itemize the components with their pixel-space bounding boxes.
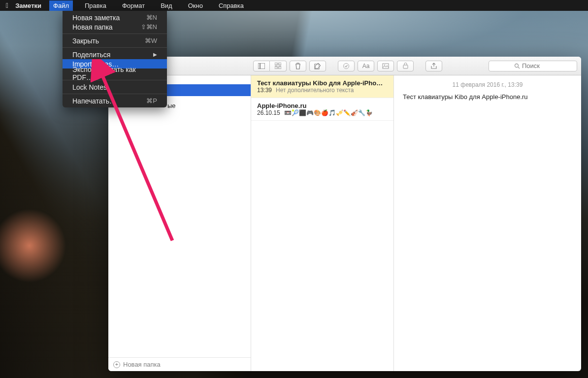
svg-point-9: [384, 65, 385, 66]
trash-button[interactable]: [290, 61, 306, 71]
grid-view-icon: [275, 63, 281, 69]
menu-item-shortcut: ⌘N: [146, 14, 157, 21]
svg-rect-1: [260, 63, 265, 69]
window-content: + Новая папка Тест клавиатуры Kibo для A…: [108, 75, 581, 371]
lock-icon: [403, 63, 408, 69]
svg-rect-5: [279, 67, 281, 69]
menu-item-shortcut: ⌘W: [145, 37, 157, 44]
svg-rect-4: [275, 67, 277, 69]
note-body[interactable]: Тест клавиатуры Kibo для Apple-iPhone.ru: [403, 93, 572, 101]
app-name[interactable]: Заметки: [15, 2, 41, 9]
note-preview: Нет дополнительного текста: [276, 87, 354, 94]
menu-item-label: Закрыть: [72, 37, 99, 45]
grid-view-button[interactable]: [270, 61, 287, 71]
view-toggle-group: [253, 61, 287, 71]
menu-help[interactable]: Справка: [215, 0, 248, 11]
menu-item-close[interactable]: Закрыть ⌘W: [63, 36, 167, 45]
folders-sidebar: + Новая папка: [108, 75, 251, 371]
note-row[interactable]: Apple-iPhone.ru 26.10.15 📼🎾⬛🎮🎨🍎🎵🎺✏️🎻🔧🦆: [251, 98, 393, 121]
menu-edit[interactable]: Правка: [81, 0, 110, 11]
note-time: 26.10.15: [257, 109, 280, 116]
toolbar: Aa: [108, 57, 581, 75]
menu-item-print[interactable]: Напечатать… ⌘P: [63, 96, 167, 105]
note-row[interactable]: Тест клавиатуры Kibo для Apple-iPho… 13:…: [251, 75, 393, 98]
menu-item-shortcut: ⇧⌘N: [141, 23, 157, 31]
menu-item-label: Напечатать…: [72, 97, 116, 105]
menu-item-label: Lock Notes: [72, 83, 107, 91]
note-title: Apple-iPhone.ru: [257, 102, 388, 109]
share-button[interactable]: [425, 61, 442, 71]
file-menu-dropdown: Новая заметка ⌘N Новая папка ⇧⌘N Закрыть…: [63, 11, 167, 107]
menu-view[interactable]: Вид: [157, 0, 176, 11]
apple-menu-icon[interactable]: : [6, 1, 8, 9]
search-input[interactable]: [522, 62, 552, 69]
list-view-icon: [258, 63, 265, 69]
menubar:  Заметки Файл Правка Формат Вид Окно Сп…: [0, 0, 588, 11]
compose-icon: [314, 63, 321, 69]
menu-separator: [63, 34, 167, 34]
menu-format[interactable]: Формат: [118, 0, 149, 11]
menu-window[interactable]: Окно: [184, 0, 207, 11]
svg-point-11: [515, 64, 519, 67]
menu-separator: [63, 94, 167, 94]
new-folder-label: Новая папка: [123, 361, 161, 368]
format-button[interactable]: Aa: [358, 61, 374, 71]
menu-separator: [63, 47, 167, 48]
attachment-icon: [382, 63, 389, 69]
note-date: 11 февраля 2016 г., 13:39: [403, 81, 572, 88]
checklist-icon: [343, 63, 350, 69]
attachment-button[interactable]: [377, 61, 394, 71]
svg-rect-2: [275, 63, 277, 65]
menu-item-export-pdf[interactable]: Экспортировать как PDF…: [63, 69, 167, 78]
submenu-arrow-icon: ▶: [153, 52, 157, 57]
compose-button[interactable]: [309, 61, 326, 71]
notes-window: Aa + Новая папка Тест клав: [108, 57, 581, 371]
svg-point-7: [344, 63, 349, 69]
note-editor[interactable]: 11 февраля 2016 г., 13:39 Тест клавиатур…: [394, 75, 581, 371]
menu-item-label: Новая заметка: [72, 14, 120, 22]
svg-line-12: [518, 67, 520, 69]
note-title: Тест клавиатуры Kibo для Apple-iPho…: [257, 79, 388, 87]
menu-item-new-note[interactable]: Новая заметка ⌘N: [63, 13, 167, 22]
note-preview: 📼🎾⬛🎮🎨🍎🎵🎺✏️🎻🔧🦆: [284, 109, 373, 116]
note-time: 13:39: [257, 87, 272, 94]
trash-icon: [295, 63, 301, 69]
sidebar-footer[interactable]: + Новая папка: [108, 357, 251, 371]
menu-item-label: Новая папка: [72, 23, 113, 31]
search-icon: [514, 63, 520, 69]
plus-icon: +: [113, 361, 120, 368]
notes-list: Тест клавиатуры Kibo для Apple-iPho… 13:…: [251, 75, 394, 371]
menu-item-share[interactable]: Поделиться ▶: [63, 50, 167, 59]
checklist-button[interactable]: [338, 61, 355, 71]
menu-item-lock-notes[interactable]: Lock Notes: [63, 82, 167, 92]
menu-item-new-folder[interactable]: Новая папка ⇧⌘N: [63, 22, 167, 32]
share-icon: [431, 63, 437, 69]
search-field[interactable]: [489, 61, 577, 71]
menu-file[interactable]: Файл: [49, 0, 73, 11]
menu-item-label: Поделиться: [72, 51, 110, 59]
menu-item-label: Экспортировать как PDF…: [72, 66, 157, 81]
lock-button[interactable]: [397, 61, 414, 71]
svg-rect-3: [279, 63, 281, 65]
svg-rect-10: [403, 65, 408, 69]
menu-item-shortcut: ⌘P: [146, 97, 157, 104]
partial-sidebar-text: ые: [167, 102, 176, 109]
list-view-button[interactable]: [253, 61, 270, 71]
